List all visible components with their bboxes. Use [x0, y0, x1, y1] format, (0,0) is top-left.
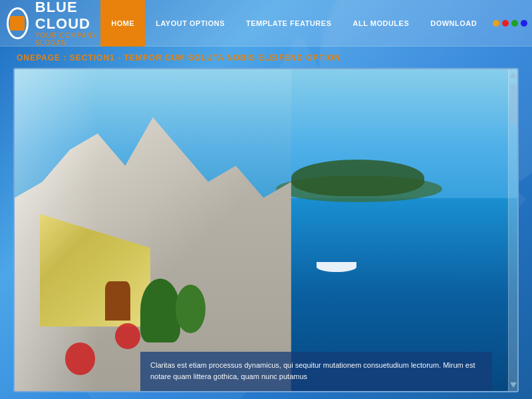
hero-island: [291, 160, 424, 196]
logo-slogan: YOUR COMPANY SLOGAN: [35, 32, 100, 47]
logo-title: BLUE CLOUD: [35, 0, 100, 32]
nav-item-home[interactable]: HOME: [100, 0, 145, 47]
nav-item-features[interactable]: TEMPLATE FEATURES: [235, 0, 342, 47]
scrollbar-thumb[interactable]: [510, 84, 517, 124]
dot-orange: [493, 20, 499, 27]
logo-text-area: BLUE CLOUD YOUR COMPANY SLOGAN: [35, 0, 100, 47]
header: BLUE CLOUD YOUR COMPANY SLOGAN HOME LAYO…: [0, 0, 532, 47]
logo-icon-inner: [10, 16, 25, 31]
hero-image: Claritas est etiam processus dynamicus, …: [15, 69, 517, 391]
hero-flowers1: [115, 323, 140, 349]
nav-item-layout[interactable]: LAYOUT OPTIONS: [145, 0, 235, 47]
section-title: ONEPAGE : SECTION1 - TEMPOR CUM SOLUTA N…: [13, 53, 519, 63]
hero-caption: Claritas est etiam processus dynamicus, …: [150, 360, 482, 383]
hero-container: Claritas est etiam processus dynamicus, …: [13, 68, 519, 392]
hero-flowers2: [65, 342, 95, 374]
hero-tree1: [140, 279, 180, 343]
main-nav: HOME LAYOUT OPTIONS TEMPLATE FEATURES AL…: [100, 0, 527, 46]
dot-blue: [521, 20, 527, 27]
dot-green: [511, 20, 518, 27]
scrollbar[interactable]: [508, 69, 517, 391]
logo-icon: [7, 7, 29, 39]
hero-tree3: [105, 281, 130, 320]
scrollbar-arrow-down[interactable]: [510, 382, 517, 389]
color-dots: [493, 0, 527, 46]
main-content: ONEPAGE : SECTION1 - TEMPOR CUM SOLUTA N…: [0, 47, 532, 399]
nav-item-modules[interactable]: ALL MODULES: [342, 0, 420, 47]
hero-text-overlay: Claritas est etiam processus dynamicus, …: [140, 352, 492, 391]
nav-item-download[interactable]: DOWNLOAD: [420, 0, 487, 47]
scrollbar-arrow-up[interactable]: [510, 71, 517, 78]
hero-tree2: [176, 285, 205, 333]
dot-red: [502, 20, 509, 27]
logo-area: BLUE CLOUD YOUR COMPANY SLOGAN: [7, 0, 100, 47]
